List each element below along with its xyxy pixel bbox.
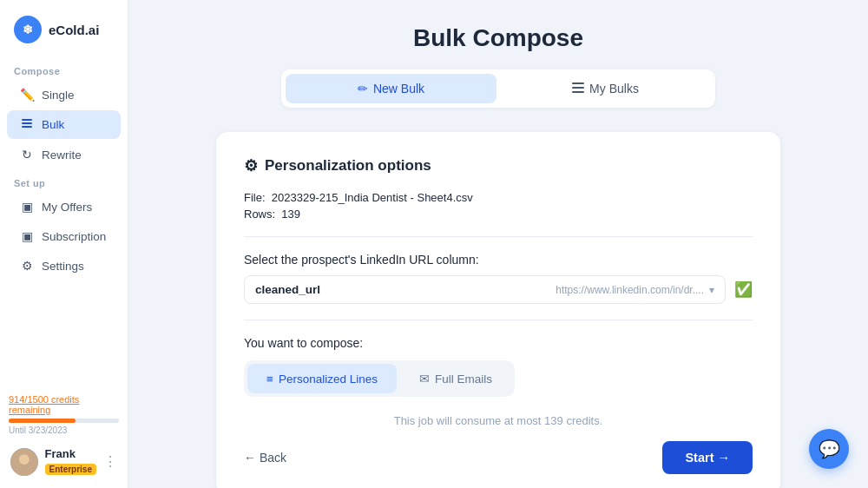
user-menu-button[interactable]: ⋮ <box>103 453 117 470</box>
chevron-down-icon: ▾ <box>709 284 714 296</box>
compose-tab-personalized-lines[interactable]: ≡ Personalized Lines <box>247 364 397 393</box>
settings-icon: ⚙ <box>19 259 35 273</box>
select-right: https://www.linkedin.com/in/dr.... ▾ <box>556 284 714 296</box>
divider-2 <box>244 320 753 320</box>
file-info: File: 2023329-215_India Dentist - Sheet4… <box>244 191 753 204</box>
chat-icon: 💬 <box>819 439 840 459</box>
card-section-title: ⚙ Personalization options <box>244 156 753 175</box>
check-circle-icon: ✅ <box>734 280 753 299</box>
sidebar-item-my-offers-label: My Offers <box>42 201 92 214</box>
sidebar-item-rewrite-label: Rewrite <box>42 148 82 162</box>
start-button-label: Start → <box>685 451 730 465</box>
sidebar-footer: 914/1500 credits remaining Until 3/23/20… <box>0 384 128 488</box>
subscription-icon: ▣ <box>19 229 35 243</box>
compose-section-label: Compose <box>0 57 128 80</box>
compose-tab-bar: ≡ Personalized Lines ✉ Full Emails <box>244 360 515 397</box>
rewrite-icon: ↻ <box>19 148 35 162</box>
linkedin-field-label: Select the prospect's LinkedIn URL colum… <box>244 253 753 267</box>
divider-1 <box>244 236 753 237</box>
full-emails-icon: ✉ <box>419 372 430 386</box>
tab-bar: ✏ New Bulk My Bulks <box>281 69 715 108</box>
file-label: File: <box>244 191 266 204</box>
svg-rect-1 <box>22 122 32 124</box>
logo-text: eCold.ai <box>49 23 99 37</box>
credits-bar-fill <box>9 419 76 423</box>
user-badge: Enterprise <box>45 464 96 475</box>
chat-bubble[interactable]: 💬 <box>809 429 849 469</box>
avatar <box>10 448 38 476</box>
rows-info: Rows: 139 <box>244 208 753 221</box>
action-row: ← Back Start → <box>244 441 753 474</box>
setup-section-label: Set up <box>0 169 128 192</box>
sidebar-item-single-label: Single <box>42 89 75 102</box>
linkedin-url-select[interactable]: cleaned_url https://www.linkedin.com/in/… <box>244 275 726 304</box>
page-title: Bulk Compose <box>163 24 833 52</box>
sidebar-item-subscription-label: Subscription <box>42 230 106 243</box>
credits-remaining: 914/1500 credits remaining <box>9 394 119 415</box>
sidebar-item-single[interactable]: ✏️ Single <box>7 81 121 109</box>
my-bulks-tab-label: My Bulks <box>589 82 639 96</box>
compose-label: You want to compose: <box>244 336 753 350</box>
sidebar-item-rewrite[interactable]: ↻ Rewrite <box>7 141 121 168</box>
tab-my-bulks[interactable]: My Bulks <box>500 74 711 103</box>
select-placeholder: https://www.linkedin.com/in/dr.... <box>556 284 704 296</box>
user-row: Frank Enterprise ⋮ <box>9 444 119 479</box>
svg-rect-8 <box>572 91 584 93</box>
tab-new-bulk[interactable]: ✏ New Bulk <box>286 74 496 103</box>
sidebar-item-bulk[interactable]: Bulk <box>7 110 121 139</box>
new-bulk-tab-icon: ✏ <box>358 82 368 96</box>
user-info: Frank Enterprise <box>45 447 96 476</box>
select-value: cleaned_url <box>255 283 320 296</box>
back-button-label: ← Back <box>244 451 286 465</box>
rows-value: 139 <box>281 208 300 221</box>
user-name: Frank <box>45 447 96 460</box>
personalization-card: ⚙ Personalization options File: 2023329-… <box>216 132 780 488</box>
pencil-icon: ✏️ <box>19 88 35 102</box>
sidebar-item-my-offers[interactable]: ▣ My Offers <box>7 193 121 221</box>
credits-bar-bg <box>9 419 119 423</box>
credits-info: This job will consume at most 139 credit… <box>244 414 753 427</box>
select-row: cleaned_url https://www.linkedin.com/in/… <box>244 275 753 304</box>
rows-label: Rows: <box>244 208 275 221</box>
file-value: 2023329-215_India Dentist - Sheet4.csv <box>272 191 473 204</box>
my-bulks-tab-icon <box>572 82 584 96</box>
new-bulk-tab-label: New Bulk <box>373 82 424 96</box>
bulk-icon <box>19 117 35 132</box>
sidebar: ❄ eCold.ai Compose ✏️ Single Bulk ↻ Rewr… <box>0 0 128 488</box>
main-content: Bulk Compose ✏ New Bulk My Bulks ⚙ Perso… <box>128 0 868 488</box>
compose-tab-full-emails[interactable]: ✉ Full Emails <box>400 364 511 393</box>
logo: ❄ eCold.ai <box>0 0 128 57</box>
sidebar-item-subscription[interactable]: ▣ Subscription <box>7 222 121 250</box>
svg-rect-7 <box>572 87 584 89</box>
sidebar-item-bulk-label: Bulk <box>42 118 64 131</box>
sidebar-item-settings[interactable]: ⚙ Settings <box>7 252 121 280</box>
gear-icon: ⚙ <box>244 156 258 175</box>
full-emails-label: Full Emails <box>435 373 492 386</box>
svg-rect-2 <box>22 126 32 128</box>
sidebar-item-settings-label: Settings <box>42 260 84 273</box>
start-button[interactable]: Start → <box>662 441 753 474</box>
logo-icon: ❄ <box>14 16 42 43</box>
section-title-text: Personalization options <box>265 157 431 175</box>
personalized-lines-label: Personalized Lines <box>279 373 378 386</box>
back-button[interactable]: ← Back <box>244 451 286 465</box>
svg-rect-6 <box>572 82 584 84</box>
credits-date: Until 3/23/2023 <box>9 425 119 435</box>
svg-point-4 <box>19 454 30 465</box>
svg-rect-0 <box>22 119 32 121</box>
personalized-lines-icon: ≡ <box>266 373 273 386</box>
offers-icon: ▣ <box>19 200 35 214</box>
